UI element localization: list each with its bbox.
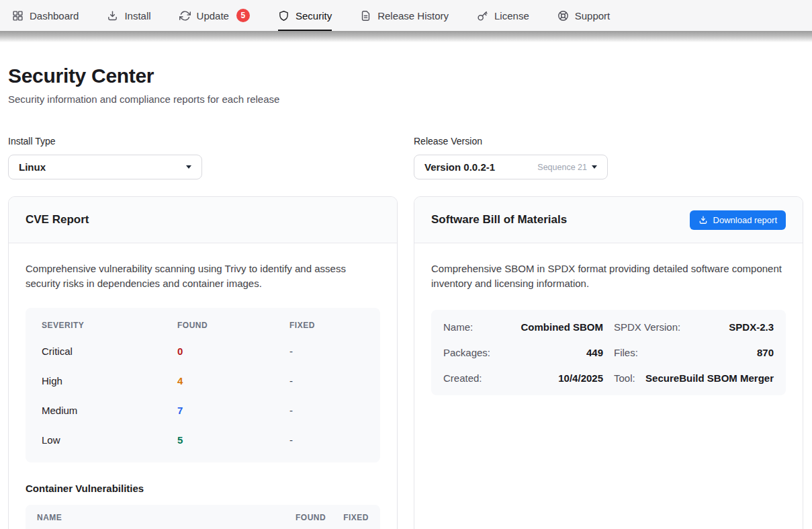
severity-label: Low <box>42 434 177 446</box>
severity-col-header: SEVERITY <box>42 321 177 330</box>
sbom-description: Comprehensive SBOM in SPDX format provid… <box>431 261 784 290</box>
cve-card-title: CVE Report <box>26 213 89 227</box>
install-type-select[interactable]: Linux <box>8 155 202 179</box>
nav-label: License <box>494 10 529 22</box>
report-cards: CVE Report Comprehensive vulnerability s… <box>8 196 803 529</box>
shield-icon <box>278 10 289 22</box>
info-value: SecureBuild SBOM Merger <box>645 372 774 384</box>
fixed-count: - <box>289 345 364 357</box>
container-vulnerabilities-heading: Container Vulnerabilities <box>26 483 380 494</box>
sbom-card-header: Software Bill of Materials Download repo… <box>414 197 803 243</box>
page-title: Security Center <box>8 65 803 87</box>
nav-item-install[interactable]: Install <box>107 0 150 31</box>
list-item: Files: 870 <box>614 347 774 358</box>
found-col-header: FOUND <box>177 321 289 330</box>
cve-description: Comprehensive vulnerability scanning usi… <box>26 261 378 290</box>
page-subtitle: Security information and compliance repo… <box>8 93 803 105</box>
severity-label: Medium <box>42 405 177 416</box>
fixed-count: - <box>289 405 364 416</box>
info-label: Tool: <box>614 372 635 384</box>
table-row: Critical 0 - <box>42 336 364 366</box>
severity-table: SEVERITY FOUND FIXED Critical 0 - High 4… <box>26 308 380 462</box>
severity-table-header: SEVERITY FOUND FIXED <box>42 321 364 336</box>
refresh-icon <box>179 10 191 22</box>
fixed-count: - <box>289 375 364 386</box>
sequence-hint: Sequence 21 <box>537 163 587 172</box>
info-label: SPDX Version: <box>614 321 680 333</box>
release-version-select[interactable]: Version 0.0.2-1 Sequence 21 <box>414 155 608 179</box>
table-row: Low 5 - <box>42 425 364 454</box>
download-icon <box>698 215 708 225</box>
update-count-badge: 5 <box>236 9 250 22</box>
nav-item-update[interactable]: Update 5 <box>179 0 250 31</box>
dashboard-grid-icon <box>12 10 24 22</box>
found-count: 5 <box>177 434 289 446</box>
fixed-col-header: FIXED <box>289 321 364 330</box>
release-version-filter: Release Version Version 0.0.2-1 Sequence… <box>414 136 803 179</box>
nav-label: Install <box>124 10 150 22</box>
table-row: Medium 7 - <box>42 395 364 425</box>
nav-label: Update <box>197 10 229 22</box>
top-navbar: Dashboard Install Update 5 Security Rele… <box>0 0 812 31</box>
info-label: Files: <box>614 347 638 358</box>
header-shadow-band <box>0 31 812 42</box>
info-value: Combined SBOM <box>521 321 604 333</box>
cve-card-header: CVE Report <box>9 197 397 243</box>
release-version-label: Release Version <box>414 136 803 147</box>
security-center-page: Security Center Security information and… <box>0 65 812 529</box>
nav-item-security[interactable]: Security <box>278 0 332 31</box>
chevron-down-icon <box>186 165 191 169</box>
install-type-label: Install Type <box>8 136 398 147</box>
download-report-button[interactable]: Download report <box>690 210 786 230</box>
found-col-header: FOUND <box>296 513 326 522</box>
download-button-label: Download report <box>713 215 777 225</box>
chevron-down-icon <box>592 165 597 169</box>
info-label: Name: <box>443 321 473 333</box>
info-value: 449 <box>586 347 603 358</box>
table-row: High 4 - <box>42 366 364 395</box>
filters-row: Install Type Linux Release Version Versi… <box>8 136 803 179</box>
nav-label: Dashboard <box>30 10 79 22</box>
document-icon <box>360 10 371 22</box>
info-value: 10/4/2025 <box>558 372 603 384</box>
fixed-col-header: FIXED <box>343 513 369 522</box>
container-vulnerabilities-table-header: NAME FOUND FIXED <box>26 505 380 529</box>
key-icon <box>477 10 488 22</box>
sbom-info-grid: Name: Combined SBOM SPDX Version: SPDX-2… <box>431 310 786 395</box>
sbom-card: Software Bill of Materials Download repo… <box>414 196 803 529</box>
sbom-card-body: Comprehensive SBOM in SPDX format provid… <box>414 243 803 413</box>
lifebuoy-icon <box>557 10 569 22</box>
info-value: 870 <box>757 347 774 358</box>
list-item: Tool: SecureBuild SBOM Merger <box>614 372 774 384</box>
list-item: Name: Combined SBOM <box>443 321 603 333</box>
nav-label: Security <box>296 10 332 22</box>
list-item: Packages: 449 <box>443 347 603 358</box>
install-type-value: Linux <box>19 161 46 173</box>
nav-label: Support <box>575 10 611 22</box>
nav-item-dashboard[interactable]: Dashboard <box>12 0 79 31</box>
download-icon <box>107 10 118 22</box>
found-count: 7 <box>177 405 289 416</box>
info-label: Created: <box>443 372 482 384</box>
nav-item-release-history[interactable]: Release History <box>360 0 449 31</box>
info-label: Packages: <box>443 347 490 358</box>
cve-card-body: Comprehensive vulnerability scanning usi… <box>9 243 397 529</box>
nav-label: Release History <box>377 10 449 22</box>
name-col-header: NAME <box>37 513 296 522</box>
list-item: SPDX Version: SPDX-2.3 <box>614 321 774 333</box>
info-value: SPDX-2.3 <box>729 321 774 333</box>
list-item: Created: 10/4/2025 <box>443 372 603 384</box>
severity-label: Critical <box>42 345 177 357</box>
release-version-value: Version 0.0.2-1 <box>424 161 495 173</box>
nav-item-license[interactable]: License <box>477 0 529 31</box>
severity-label: High <box>42 375 177 386</box>
fixed-count: - <box>289 434 364 446</box>
found-count: 0 <box>177 345 289 357</box>
nav-item-support[interactable]: Support <box>557 0 611 31</box>
cve-report-card: CVE Report Comprehensive vulnerability s… <box>8 196 398 529</box>
install-type-filter: Install Type Linux <box>8 136 398 179</box>
found-count: 4 <box>177 375 289 386</box>
sbom-card-title: Software Bill of Materials <box>431 213 567 227</box>
